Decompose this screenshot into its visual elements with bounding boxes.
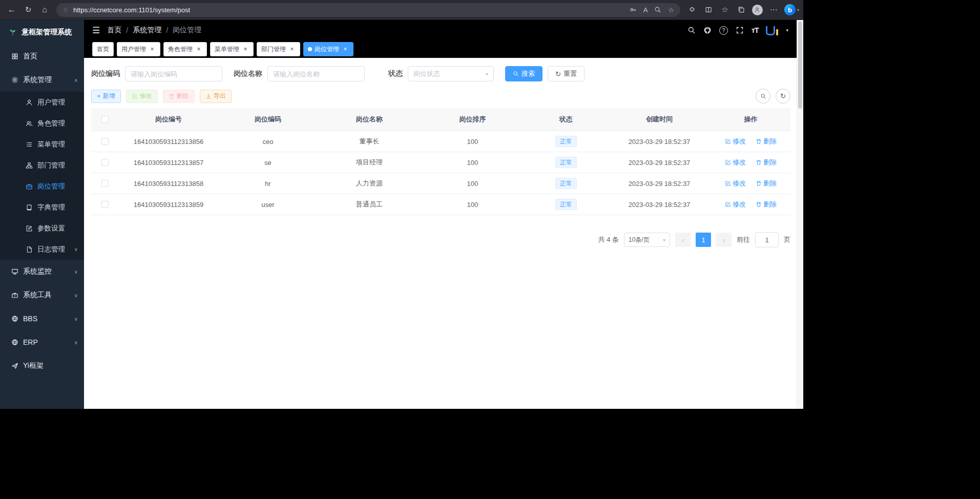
breadcrumb-home[interactable]: 首页: [107, 26, 121, 35]
browser-home-icon[interactable]: ⌂: [37, 3, 52, 17]
refresh-table-button[interactable]: ↻: [776, 89, 790, 103]
fullscreen-icon[interactable]: [736, 26, 744, 34]
post-code-input[interactable]: [125, 66, 222, 81]
row-checkbox[interactable]: [101, 201, 109, 208]
sprout-logo-icon: [8, 28, 17, 37]
sidebar-item-dept-management[interactable]: 部门管理: [0, 155, 84, 176]
row-edit-link[interactable]: 修改: [725, 158, 746, 167]
page-scrollbar[interactable]: [797, 20, 803, 409]
breadcrumb-system[interactable]: 系统管理: [133, 26, 161, 35]
tab-close-icon[interactable]: ×: [149, 46, 156, 53]
edit-icon: [725, 201, 731, 207]
tab-dept-management[interactable]: 部门管理 ×: [257, 42, 300, 56]
row-checkbox[interactable]: [101, 138, 109, 145]
page-1-button[interactable]: 1: [696, 233, 711, 247]
read-aloud-icon[interactable]: A: [643, 6, 648, 14]
status-select[interactable]: 岗位状态 ▾: [408, 66, 494, 81]
profile-avatar[interactable]: [752, 5, 763, 15]
prev-page-button[interactable]: ‹: [675, 233, 691, 247]
search-button[interactable]: 搜索: [505, 66, 543, 81]
trash-icon: [756, 138, 762, 144]
bing-icon[interactable]: b: [784, 4, 796, 15]
tab-post-management[interactable]: 岗位管理 ×: [303, 42, 353, 56]
url-text[interactable]: https://ccnetcore.com:1101/system/post: [73, 6, 190, 14]
password-key-icon[interactable]: [630, 6, 637, 13]
extensions-icon[interactable]: [684, 3, 700, 17]
tab-close-icon[interactable]: ×: [288, 46, 296, 53]
scrollbar-thumb[interactable]: [798, 22, 802, 109]
trash-icon: [756, 159, 762, 165]
sidebar-item-user-management[interactable]: 用户管理: [0, 92, 84, 113]
avatar-caret-icon[interactable]: ▾: [786, 28, 788, 33]
download-icon: [205, 93, 212, 99]
column-post-id: 岗位编号: [119, 115, 218, 124]
sidebar-item-yi-framework[interactable]: Yi框架: [0, 354, 84, 378]
tab-home[interactable]: 首页: [92, 42, 114, 56]
zoom-icon[interactable]: [654, 6, 661, 13]
system-management-submenu: 用户管理 角色管理 菜单管理 部门管理: [0, 92, 84, 260]
sidebar-toggle-icon[interactable]: ☰: [92, 25, 100, 36]
row-edit-link[interactable]: 修改: [725, 137, 746, 146]
sidebar-item-post-management[interactable]: 岗位管理: [0, 176, 84, 197]
sidebar-item-dict-management[interactable]: 字典管理: [0, 197, 84, 218]
tab-close-icon[interactable]: ×: [242, 46, 249, 53]
browser-reload-icon[interactable]: ↻: [20, 3, 36, 17]
tab-role-management[interactable]: 角色管理 ×: [163, 42, 207, 56]
add-button[interactable]: + 新增: [91, 90, 121, 103]
reset-button[interactable]: ↻ 重置: [548, 66, 585, 81]
user-avatar-logo[interactable]: [766, 25, 778, 35]
tab-close-icon[interactable]: ×: [195, 46, 202, 53]
goto-page-input[interactable]: [755, 232, 779, 247]
font-size-icon[interactable]: тT: [752, 26, 758, 34]
tab-menu-management[interactable]: 菜单管理 ×: [210, 42, 254, 56]
sidebar-item-role-management[interactable]: 角色管理: [0, 113, 84, 134]
sidebar-item-bbs[interactable]: BBS ∨: [0, 307, 84, 330]
delete-button[interactable]: 删除: [163, 90, 195, 103]
sidebar-item-home[interactable]: 首页: [0, 45, 84, 68]
header-search-icon[interactable]: [687, 26, 696, 34]
row-delete-link[interactable]: 删除: [756, 200, 777, 209]
row-edit-link[interactable]: 修改: [725, 200, 746, 209]
address-bar[interactable]: https://ccnetcore.com:1101/system/post A…: [56, 3, 680, 17]
bing-caret-icon[interactable]: ▾: [797, 8, 799, 12]
github-icon[interactable]: [703, 26, 712, 34]
favorites-bar-icon[interactable]: ☆: [717, 3, 733, 17]
pagination: 共 4 条 10条/页 ▾ ‹ 1 › 前往 页: [91, 232, 790, 247]
column-status: 状态: [524, 115, 608, 124]
page-size-select[interactable]: 10条/页 ▾: [624, 233, 670, 247]
browser-menu-icon[interactable]: ⋯: [766, 3, 781, 17]
next-page-button[interactable]: ›: [716, 233, 732, 247]
toggle-search-button[interactable]: [756, 89, 770, 103]
table-toolbar: + 新增 修改 删除 导出: [91, 89, 790, 103]
sidebar-item-system-tools[interactable]: 系统工具 ∨: [0, 283, 84, 307]
edit-icon: [725, 180, 731, 186]
tab-user-management[interactable]: 用户管理 ×: [117, 42, 160, 56]
select-all-checkbox[interactable]: [101, 116, 109, 123]
sidebar-item-menu-management[interactable]: 菜单管理: [0, 134, 84, 155]
sidebar-item-log-management[interactable]: 日志管理 ∨: [0, 239, 84, 260]
split-screen-icon[interactable]: [701, 3, 716, 17]
collections-icon[interactable]: [734, 3, 749, 17]
browser-back-icon[interactable]: ←: [4, 3, 19, 17]
sidebar-item-erp[interactable]: ERP ∨: [0, 330, 84, 354]
row-delete-link[interactable]: 删除: [756, 158, 777, 167]
user-icon: [26, 99, 33, 106]
export-button[interactable]: 导出: [200, 90, 232, 103]
column-create-time: 创建时间: [608, 115, 711, 124]
row-delete-link[interactable]: 删除: [756, 179, 777, 188]
sidebar-item-system-management[interactable]: 系统管理 ∧: [0, 68, 84, 92]
status-select-placeholder: 岗位状态: [413, 69, 440, 78]
sidebar-item-system-monitor[interactable]: 系统监控 ∨: [0, 260, 84, 283]
row-delete-link[interactable]: 删除: [756, 137, 777, 146]
row-checkbox[interactable]: [101, 159, 109, 166]
row-checkbox[interactable]: [101, 180, 109, 187]
row-edit-link[interactable]: 修改: [725, 179, 746, 188]
tab-close-icon[interactable]: ×: [342, 46, 349, 53]
add-favorite-star-icon[interactable]: ☆: [668, 6, 674, 14]
post-name-input[interactable]: [267, 66, 365, 81]
table-row: 1641030593112313859 user 普通员工 100 正常 202…: [91, 194, 790, 215]
app-logo-row: 意框架管理系统: [0, 20, 84, 45]
sidebar-item-param-settings[interactable]: 参数设置: [0, 218, 84, 239]
help-question-icon[interactable]: ?: [719, 26, 728, 35]
edit-button[interactable]: 修改: [126, 90, 158, 103]
